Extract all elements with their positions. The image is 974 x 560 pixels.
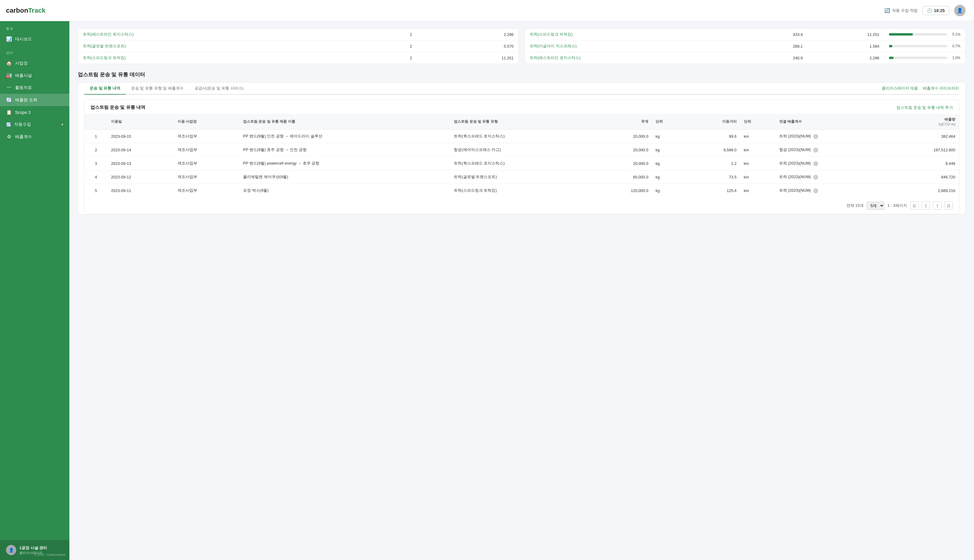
row-dist-unit: km	[740, 143, 776, 157]
table-row: 트럭(스피드링크 트럭킹) 433.4 11.251 5.1%	[525, 28, 965, 40]
row-name[interactable]: 트럭(스피드링크 트럭킹)	[525, 28, 739, 40]
row-idx: 2	[84, 143, 107, 157]
row-col2: 433.4	[739, 28, 807, 40]
pct-text: 5.1%	[950, 32, 961, 37]
app-logo: carbonTrack	[0, 0, 69, 21]
copyright-label: © 2024 - Carbonsaurus	[34, 553, 66, 557]
sidebar-item-auto-label: 자동수집	[14, 122, 31, 127]
logo-carbon: carbon	[6, 7, 28, 15]
add-record-button[interactable]: 업스트림 운송 및 유통 내역 추가	[897, 105, 953, 110]
row-name[interactable]: 트럭(패스트라인 로지스틱스)	[525, 52, 739, 64]
row-coeff: 트럭 (2023)(NUM) i	[776, 157, 888, 170]
sidebar-item-coeff-label: 배출계수	[15, 134, 32, 140]
row-name[interactable]: 트럭(패스트라인 로지스틱스)	[78, 28, 361, 40]
progress-bar-fill	[889, 33, 913, 35]
tab-transport-type[interactable]: 운송 및 유통 유형 및 배출계수	[126, 83, 189, 95]
emission-library-link[interactable]: 배출계수 라이브러리	[923, 86, 959, 91]
row-dist-unit: km	[740, 184, 776, 197]
table-body: 1 2023-09-15 제조사업부 PP 밴드(9월) 인천 공항 → 에어드…	[84, 130, 959, 197]
info-icon[interactable]: i	[813, 161, 818, 166]
row-date: 2023-09-15	[107, 130, 174, 143]
sidebar-item-site-label: 사업장	[15, 61, 28, 66]
th-emission: 배출량 kgCO2-eq	[888, 114, 959, 130]
sidebar-item-activity[interactable]: 〰 활동자료	[0, 82, 69, 94]
row-site: 제조사업부	[174, 170, 239, 184]
info-icon[interactable]: i	[813, 188, 818, 193]
sidebar-item-facility-label: 배출시설	[15, 73, 32, 78]
row-col3: 2.296	[807, 52, 884, 64]
info-icon[interactable]: i	[813, 175, 818, 180]
main-area: 🔄 자동 수집 작업 🕙 10:25 👤 트럭(패스트라인 로지스틱스) 2 2…	[69, 0, 974, 560]
th-distance: 이동거리	[687, 114, 740, 130]
sidebar-item-dashboard[interactable]: 📊 대시보드	[0, 33, 69, 45]
th-weight-unit: 단위	[652, 114, 687, 130]
row-name[interactable]: 트럭(글로벌 트랜스포트)	[78, 40, 361, 52]
sidebar-item-emission-label: 배출량 조회	[15, 97, 37, 103]
clock-icon: 🕙	[927, 8, 932, 13]
top-tables-section: 트럭(패스트라인 로지스틱스) 2 2.296 트럭(글로벌 트랜스포트) 2 …	[78, 28, 966, 64]
row-weight-unit: kg	[652, 143, 687, 157]
topbar-avatar[interactable]: 👤	[954, 5, 966, 16]
sidebar-item-activity-label: 활동자료	[15, 85, 32, 90]
row-col2: 240.9	[739, 52, 807, 64]
row-dist-unit: km	[740, 170, 776, 184]
tabs-inner: 운송 및 유통 내역 운송 및 유통 유형 및 배출계수 공급사(운송 및 유통…	[78, 83, 965, 214]
row-col3: 2.296	[417, 28, 519, 40]
coeff-icon: ⚙	[6, 134, 12, 140]
row-idx: 3	[84, 157, 107, 170]
sidebar-bottom: 👤 1공장 시설 관리 클리어스테이지	[0, 540, 69, 560]
sidebar-item-dashboard-label: 대시보드	[15, 37, 32, 42]
table-head: 이용일 이용 사업장 업스트림 운송 및 유통 제품 이름 업스트림 운송 및 …	[84, 114, 959, 130]
first-page-button[interactable]: ⟨⟨	[910, 201, 919, 210]
sidebar-item-emission-facility[interactable]: 🏭 배출시설	[0, 69, 69, 82]
row-type: 트럭(스피드링크 트럭킹)	[450, 184, 592, 197]
data-card: 업스트림 운송 및 유통 내역 업스트림 운송 및 유통 내역 추가	[84, 100, 959, 214]
th-product: 업스트림 운송 및 유통 제품 이름	[239, 114, 450, 130]
sidebar-item-scope3[interactable]: 📋 Scope 3	[0, 106, 69, 118]
th-weight: 무게	[592, 114, 652, 130]
table-row: 트럭(글로벌 트랜스포트) 2 5.570	[78, 40, 519, 52]
row-emission: 382.464	[888, 130, 959, 143]
clearstage-products-link[interactable]: 클리어스테이지 제품	[882, 86, 918, 91]
row-type: 트럭(퀵스프레드 로지스틱스)	[450, 157, 592, 170]
row-weight: 120,000.0	[592, 184, 652, 197]
sidebar-item-site[interactable]: 🏠 사업장	[0, 57, 69, 69]
row-emission: 197,512.800	[888, 143, 959, 157]
table-container: 이용일 이용 사업장 업스트림 운송 및 유통 제품 이름 업스트림 운송 및 …	[84, 114, 959, 197]
sidebar-item-emission-coeff[interactable]: ⚙ 배출계수	[0, 130, 69, 143]
sidebar-item-emission-lookup[interactable]: 🔄 배출량 조회	[0, 94, 69, 106]
sidebar-item-auto-collect[interactable]: 🔃 자동수집 ▾	[0, 118, 69, 130]
th-coeff: 연결 배출계수	[776, 114, 888, 130]
pct-text: 0.7%	[950, 44, 961, 48]
tabs-actions: 클리어스테이지 제품 배출계수 라이브러리	[882, 86, 959, 91]
row-coeff: 항공 (2023)(NUM) i	[776, 143, 888, 157]
next-page-button[interactable]: ⟩	[933, 201, 941, 210]
row-name[interactable]: 트럭(이글아이 익스프레스)	[525, 40, 739, 52]
upstream-section: 업스트림 운송 및 유통 데이터 운송 및 유통 내역 운송 및 유통 유형 및…	[78, 71, 966, 215]
user-name: 1공장 시설 관리	[19, 545, 47, 551]
info-icon[interactable]: i	[813, 134, 818, 139]
th-date: 이용일	[107, 114, 174, 130]
prev-page-button[interactable]: ⟨	[922, 201, 930, 210]
row-col2: 288.1	[739, 40, 807, 52]
last-page-button[interactable]: ⟩⟩	[944, 201, 953, 210]
row-product: PP 밴드(9월) 호주 공항 → 인천 공항	[239, 143, 450, 157]
row-distance: 9,588.0	[687, 143, 740, 157]
info-icon[interactable]: i	[813, 148, 818, 153]
facility-icon: 🏭	[6, 73, 12, 78]
tab-supplier[interactable]: 공급사(운송 및 유통 서비스)	[189, 83, 249, 95]
row-date: 2023-09-13	[107, 157, 174, 170]
tab-transport-history[interactable]: 운송 및 유통 내역	[84, 83, 126, 95]
pagination: 전체 15개 5개 1 - 3페이지 ⟨⟨ ⟨ ⟩ ⟩⟩	[84, 197, 959, 214]
tabs-bar: 운송 및 유통 내역 운송 및 유통 유형 및 배출계수 공급사(운송 및 유통…	[84, 83, 959, 95]
section-manage-label: 관리	[0, 45, 69, 57]
right-summary-table: 트럭(스피드링크 트럭킹) 433.4 11.251 5.1% 트럭(이글아이 …	[525, 28, 966, 64]
row-emission: 8.448	[888, 157, 959, 170]
row-weight-unit: kg	[652, 157, 687, 170]
progress-bar-fill	[889, 57, 894, 59]
row-progress: 1.0%	[884, 52, 965, 64]
row-name[interactable]: 트럭(스피드링크 트럭킹)	[78, 52, 361, 64]
auto-collect-button[interactable]: 🔄 자동 수집 작업	[884, 8, 917, 13]
page-size-select[interactable]: 5개	[867, 202, 884, 210]
row-site: 제조사업부	[174, 157, 239, 170]
